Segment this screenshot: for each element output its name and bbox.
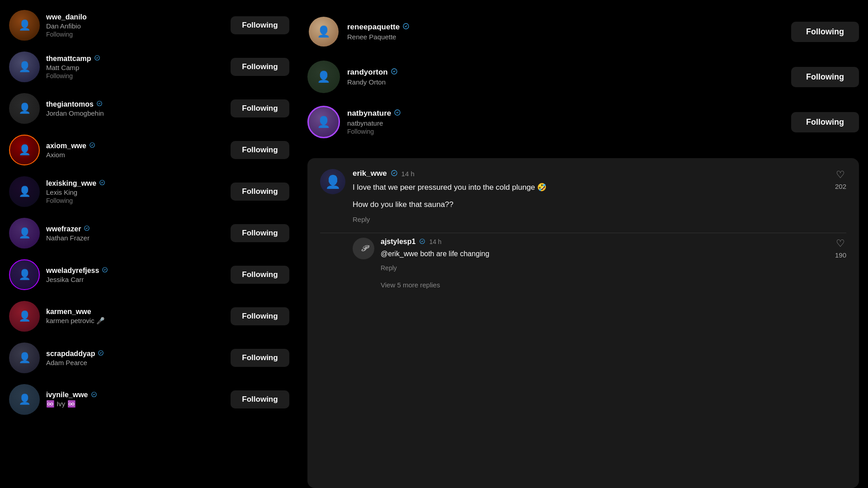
user-info-ivynile_wwe: ivynile_wwe ♾️ Ivy ♾️ xyxy=(46,391,224,408)
reply-item: 𝒫 ajstylesp1 14 h @erik_wwe both are lif… xyxy=(353,238,846,272)
reply-verified-icon xyxy=(419,238,425,246)
follow-list: 👤 wwe_danilo Dan Anfibio Following Follo… xyxy=(0,0,298,488)
username-row-axiom_wwe: axiom_wwe xyxy=(46,142,224,150)
verified-icon-ivynile_wwe xyxy=(91,391,97,399)
comment-avatar: 👤 xyxy=(320,169,345,194)
reply-section: 𝒫 ajstylesp1 14 h @erik_wwe both are lif… xyxy=(353,238,846,289)
follow-status-wwe_danilo: Following xyxy=(46,31,224,38)
verified-icon-wweladyrefjess xyxy=(102,267,108,274)
comment-section: 👤 erik_wwe 14 h I love that we peer pres… xyxy=(307,158,859,488)
display-name-karmen_wwe: karmen petrovic 🎤 xyxy=(46,317,224,325)
reply-like-count: 190 xyxy=(835,251,846,259)
username-row-wwefrazer: wwefrazer xyxy=(46,225,224,233)
reply-time: 14 h xyxy=(429,238,441,245)
following-btn-karmen_wwe[interactable]: Following xyxy=(231,307,289,325)
user-info-wwe_danilo: wwe_danilo Dan Anfibio Following xyxy=(46,13,224,38)
following-btn-scrapdaddyap[interactable]: Following xyxy=(231,349,289,367)
user-info-wweladyrefjess: wweladyrefjess Jessika Carr xyxy=(46,267,224,283)
sug-user-info-reneepaquette: reneepaquette Renee Paquette xyxy=(347,23,784,41)
user-info-wwefrazer: wwefrazer Nathan Frazer xyxy=(46,225,224,242)
following-btn-lexisking_wwe[interactable]: Following xyxy=(231,183,289,201)
verified-icon-thegiantomos xyxy=(96,100,103,108)
user-info-scrapdaddyap: scrapdaddyap Adam Pearce xyxy=(46,350,224,366)
username-row-thegiantomos: thegiantomos xyxy=(46,100,224,108)
suggested-item-reneepaquette: 👤 reneepaquette Renee Paquette Following xyxy=(307,9,859,54)
username-axiom_wwe: axiom_wwe xyxy=(46,142,86,150)
suggested-section: 👤 reneepaquette Renee Paquette Following… xyxy=(307,0,859,154)
following-btn-thegiantomos[interactable]: Following xyxy=(231,99,289,117)
following-btn-wwefrazer[interactable]: Following xyxy=(231,224,289,242)
reply-text: @erik_wwe both are life changing xyxy=(381,249,829,259)
follow-item-lexisking_wwe: 👤 lexisking_wwe Lexis King Following Fol… xyxy=(0,171,298,212)
sug-display-name-randyorton: Randy Orton xyxy=(347,78,784,86)
sug-avatar-randyorton: 👤 xyxy=(307,61,340,93)
comment-likes: ♡ 202 xyxy=(835,169,846,224)
sug-follow-status-natbynature: Following xyxy=(347,128,784,135)
sug-following-btn-natbynature[interactable]: Following xyxy=(791,112,859,132)
sug-verified-icon-natbynature xyxy=(394,109,401,118)
username-scrapdaddyap: scrapdaddyap xyxy=(46,350,95,358)
username-ivynile_wwe: ivynile_wwe xyxy=(46,391,88,399)
reply-content: ajstylesp1 14 h @erik_wwe both are life … xyxy=(381,238,829,272)
following-btn-themattcamp[interactable]: Following xyxy=(231,58,289,76)
following-btn-axiom_wwe[interactable]: Following xyxy=(231,141,289,159)
display-name-scrapdaddyap: Adam Pearce xyxy=(46,359,224,366)
display-name-thegiantomos: Jordan Omogbehin xyxy=(46,109,224,117)
verified-icon-scrapdaddyap xyxy=(98,350,104,357)
verified-icon-themattcamp xyxy=(94,55,100,62)
user-info-karmen_wwe: karmen_wwe karmen petrovic 🎤 xyxy=(46,308,224,325)
reply-likes: ♡ 190 xyxy=(835,238,846,272)
follow-item-thegiantomos: 👤 thegiantomos Jordan Omogbehin Followin… xyxy=(0,88,298,129)
reply-username: ajstylesp1 xyxy=(381,238,415,246)
username-row-karmen_wwe: karmen_wwe xyxy=(46,308,224,316)
follow-status-lexisking_wwe: Following xyxy=(46,197,224,204)
sug-verified-icon-randyorton xyxy=(391,68,398,77)
follow-item-wweladyrefjess: 👤 wweladyrefjess Jessika Carr Following xyxy=(0,254,298,296)
display-name-ivynile_wwe: ♾️ Ivy ♾️ xyxy=(46,400,224,408)
heart-icon[interactable]: ♡ xyxy=(836,169,845,181)
sug-verified-icon-reneepaquette xyxy=(402,23,410,32)
follow-item-wwefrazer: 👤 wwefrazer Nathan Frazer Following xyxy=(0,212,298,254)
like-count: 202 xyxy=(835,183,846,190)
reply-reply-button[interactable]: Reply xyxy=(381,264,397,272)
user-info-axiom_wwe: axiom_wwe Axiom xyxy=(46,142,224,159)
follow-item-axiom_wwe: 👤 axiom_wwe Axiom Following xyxy=(0,129,298,171)
view-more-replies-button[interactable]: View 5 more replies xyxy=(381,281,440,289)
comment-verified-icon xyxy=(391,169,398,178)
avatar-wwefrazer: 👤 xyxy=(9,218,40,249)
sug-following-btn-reneepaquette[interactable]: Following xyxy=(791,22,859,42)
comment-content: erik_wwe 14 h I love that we peer pressu… xyxy=(353,169,828,224)
user-info-thegiantomos: thegiantomos Jordan Omogbehin xyxy=(46,100,224,117)
comment-divider xyxy=(320,233,846,233)
follow-status-themattcamp: Following xyxy=(46,72,224,80)
avatar-ivynile_wwe: 👤 xyxy=(9,384,40,415)
username-wwefrazer: wwefrazer xyxy=(46,225,81,233)
main-comment: 👤 erik_wwe 14 h I love that we peer pres… xyxy=(320,169,846,224)
display-name-wwe_danilo: Dan Anfibio xyxy=(46,22,224,30)
reply-header: ajstylesp1 14 h xyxy=(381,238,829,246)
comment-time: 14 h xyxy=(401,170,415,178)
verified-icon-axiom_wwe xyxy=(89,142,95,150)
avatar-wweladyrefjess: 👤 xyxy=(9,259,40,290)
reply-heart-icon[interactable]: ♡ xyxy=(836,238,845,249)
following-btn-ivynile_wwe[interactable]: Following xyxy=(231,390,289,408)
following-btn-wweladyrefjess[interactable]: Following xyxy=(231,266,289,284)
suggested-item-natbynature: 👤 natbynature natbynature Following Foll… xyxy=(307,99,859,145)
follow-item-wwe_danilo: 👤 wwe_danilo Dan Anfibio Following Follo… xyxy=(0,5,298,46)
sug-following-btn-randyorton[interactable]: Following xyxy=(791,67,859,87)
comment-text-1: I love that we peer pressured you into t… xyxy=(353,182,828,193)
sug-username-natbynature: natbynature xyxy=(347,109,391,118)
verified-icon-lexisking_wwe xyxy=(99,179,105,187)
suggested-item-randyorton: 👤 randyorton Randy Orton Following xyxy=(307,54,859,99)
username-lexisking_wwe: lexisking_wwe xyxy=(46,179,96,188)
avatar-thegiantomos: 👤 xyxy=(9,93,40,124)
comment-reply-button[interactable]: Reply xyxy=(353,216,370,223)
right-panel: 👤 reneepaquette Renee Paquette Following… xyxy=(298,0,868,488)
avatar-themattcamp: 👤 xyxy=(9,52,40,82)
username-themattcamp: themattcamp xyxy=(46,55,91,63)
following-btn-wwe_danilo[interactable]: Following xyxy=(231,16,289,34)
username-thegiantomos: thegiantomos xyxy=(46,100,94,108)
follow-item-themattcamp: 👤 themattcamp Matt Camp Following Follow… xyxy=(0,46,298,88)
avatar-wwe_danilo: 👤 xyxy=(9,10,40,41)
display-name-wwefrazer: Nathan Frazer xyxy=(46,234,224,242)
